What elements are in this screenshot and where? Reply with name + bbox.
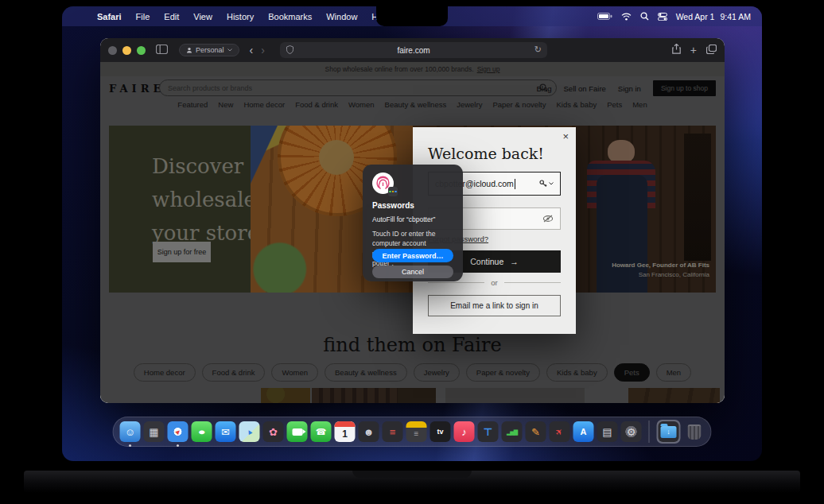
mail-glyph: ✉	[221, 427, 230, 437]
tab-overview-icon[interactable]	[706, 43, 717, 57]
sign-up-for-free-button[interactable]: Sign up for free	[153, 242, 211, 262]
dock-finder-icon[interactable]: ☺	[120, 421, 141, 442]
dock-music-icon[interactable]: ♪	[454, 421, 475, 442]
modal-close-icon[interactable]: ×	[562, 130, 569, 142]
dock-phone-icon[interactable]: ☎	[311, 421, 332, 442]
founder-portrait	[608, 140, 635, 164]
battery-icon[interactable]	[597, 13, 612, 20]
divider-line	[428, 282, 484, 283]
menu-item-file[interactable]: File	[136, 12, 150, 21]
dock-pages-icon[interactable]: ✎	[526, 421, 546, 442]
enter-password-button[interactable]: Enter Password…	[372, 249, 453, 262]
menu-bar-status: Wed Apr 1 9:41 AM	[597, 12, 751, 21]
facetime-glyph	[292, 428, 302, 436]
dock-rocket-icon[interactable]: ✈	[550, 421, 570, 442]
phone-glyph: ☎	[316, 428, 327, 436]
menu-bar-clock[interactable]: Wed Apr 1 9:41 AM	[676, 12, 751, 21]
back-button[interactable]: ‹	[246, 45, 258, 56]
running-indicator	[129, 444, 131, 447]
photos-glyph: ✿	[269, 427, 278, 437]
dock-downloads-folder-icon[interactable]: ↓	[659, 421, 679, 442]
laptop-base-lip	[352, 471, 472, 478]
dock-launchpad-icon[interactable]: ▦	[144, 421, 165, 442]
sidebar-toggle-icon[interactable]	[156, 43, 168, 57]
new-tab-button[interactable]: +	[690, 45, 697, 56]
dock-facetime-icon[interactable]	[287, 421, 308, 442]
documents-glyph: ▤	[602, 427, 612, 437]
screen: SafariFileEditViewHistoryBookmarksWindow…	[62, 6, 762, 461]
app-store-glyph: A	[581, 428, 587, 436]
dock-photos-icon[interactable]: ✿	[263, 421, 284, 442]
chevron-down-icon	[549, 182, 554, 185]
menu-item-safari[interactable]: Safari	[97, 12, 122, 21]
safari-glyph: ▲	[173, 427, 183, 437]
notes-glyph: ≡	[414, 430, 419, 438]
menu-item-history[interactable]: History	[227, 12, 254, 21]
passwords-app-badge-icon	[388, 187, 398, 196]
menu-item-bookmarks[interactable]: Bookmarks	[268, 12, 312, 21]
finder-glyph: ☺	[125, 427, 135, 437]
profile-switcher[interactable]: Personal	[179, 44, 239, 56]
profile-label: Personal	[196, 46, 224, 54]
dock-calendar-icon[interactable]: 1	[335, 421, 356, 442]
cancel-button[interactable]: Cancel	[372, 266, 453, 278]
keynote-glyph: ⊤	[484, 427, 493, 437]
menu-item-view[interactable]: View	[193, 12, 212, 21]
calendar-band	[335, 421, 356, 427]
macbook-desktop: SafariFileEditViewHistoryBookmarksWindow…	[0, 0, 824, 504]
touch-id-icon	[372, 173, 394, 194]
spotlight-search-icon[interactable]	[640, 12, 649, 21]
dock-keynote-icon[interactable]: ⊤	[478, 421, 499, 442]
dock-tv-icon[interactable]: tv	[430, 421, 451, 442]
shop-shelf-image	[684, 134, 711, 261]
share-icon[interactable]	[672, 43, 681, 57]
dock-apps: ☺▦▲●✉▲✿☎1☻≡≡tv♪⊤▂▅▇✎✈A▤⚙	[120, 421, 642, 442]
dock-separator	[649, 421, 650, 443]
privacy-shield-icon[interactable]	[286, 45, 293, 56]
url-label: faire.com	[397, 46, 429, 55]
download-arrow-glyph: ↓	[661, 426, 677, 438]
dock-settings-icon[interactable]: ⚙	[621, 421, 642, 442]
dock-safari-icon[interactable]: ▲	[168, 421, 189, 442]
menu-item-edit[interactable]: Edit	[164, 12, 179, 21]
tv-glyph: tv	[437, 428, 443, 436]
wifi-icon[interactable]	[621, 13, 632, 21]
dock-numbers-icon[interactable]: ▂▅▇	[502, 421, 523, 442]
dock-notes-icon[interactable]: ≡	[406, 421, 427, 442]
messages-glyph: ●	[198, 428, 206, 436]
fan-hub-image	[319, 140, 354, 175]
passwords-autofill-key-icon[interactable]	[539, 180, 554, 188]
menu-items: SafariFileEditViewHistoryBookmarksWindow…	[83, 12, 390, 21]
downloads-highlight: ↓	[657, 420, 681, 444]
hero-text-panel: Discover and wholesale pro your store. S…	[109, 126, 251, 293]
reload-icon[interactable]: ↻	[534, 45, 542, 55]
caption-name: Howard Gee, Founder of AB Fits	[612, 261, 709, 270]
window-minimize-button[interactable]	[122, 46, 131, 55]
dock-documents-icon[interactable]: ▤	[597, 421, 618, 442]
dock-mail-icon[interactable]: ✉	[216, 421, 236, 442]
address-bar[interactable]: faire.com ↻	[280, 42, 547, 58]
menu-item-window[interactable]: Window	[326, 12, 357, 21]
window-close-button[interactable]	[108, 46, 117, 55]
hero-line-2: wholesale pro	[152, 183, 251, 216]
dock-trash-icon[interactable]	[684, 421, 705, 442]
dock-messages-icon[interactable]: ●	[192, 421, 212, 442]
safari-window: Personal ‹ › faire.com ↻ +	[100, 38, 725, 403]
dock-maps-icon[interactable]: ▲	[239, 421, 260, 442]
divider-line	[504, 282, 561, 283]
dock-contacts-icon[interactable]: ☻	[359, 421, 379, 442]
email-link-button[interactable]: Email me a link to sign in	[428, 295, 561, 316]
show-password-icon[interactable]	[542, 211, 554, 226]
control-center-icon[interactable]	[658, 13, 667, 21]
person-icon	[186, 47, 192, 53]
maps-glyph: ▲	[244, 427, 254, 436]
reminders-glyph: ≡	[390, 427, 396, 437]
dock-reminders-icon[interactable]: ≡	[383, 421, 403, 442]
forward-button[interactable]: ›	[257, 45, 269, 56]
window-zoom-button[interactable]	[137, 46, 146, 55]
auth-dialog-app-name: Passwords	[372, 201, 453, 210]
caption-location: San Francisco, California	[612, 270, 709, 280]
chevron-down-icon	[227, 48, 232, 52]
dock-app-store-icon[interactable]: A	[573, 421, 594, 442]
date-label: Wed Apr 1	[676, 12, 715, 21]
